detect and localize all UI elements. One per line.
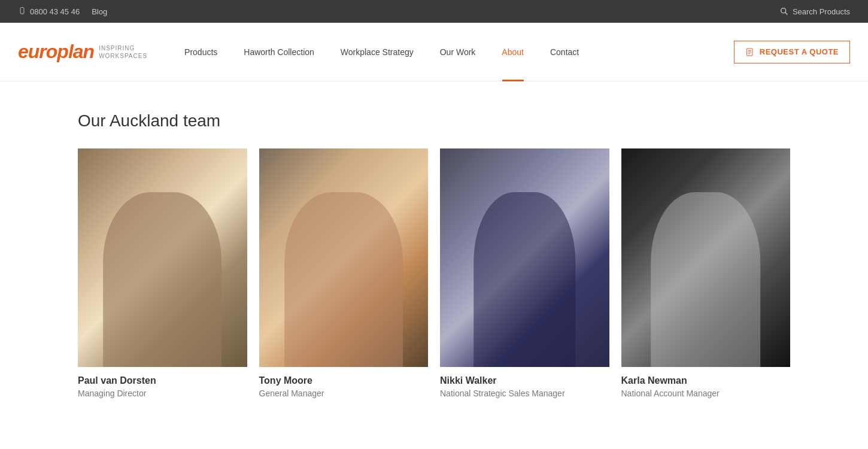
nav-workplace-strategy[interactable]: Workplace Strategy: [327, 23, 427, 81]
team-role-paul: Managing Director: [78, 389, 247, 398]
logo-text: europlan: [18, 41, 94, 63]
team-photo-karla: [621, 148, 791, 367]
team-name-tony: Tony Moore: [259, 375, 429, 386]
team-grid: Paul van Dorsten Managing Director Tony …: [78, 148, 790, 398]
phone-text: 0800 43 45 46: [30, 7, 80, 16]
search-label: Search Products: [793, 7, 850, 16]
section-title: Our Auckland team: [78, 111, 790, 131]
nav-haworth[interactable]: Haworth Collection: [230, 23, 327, 81]
logo-tagline: INSPIRING WORKSPACES: [99, 44, 147, 60]
phone-number[interactable]: 0800 43 45 46: [18, 7, 80, 16]
phone-icon: [18, 7, 26, 16]
team-name-nikki: Nikki Walker: [440, 375, 609, 386]
cta-label: REQUEST A QUOTE: [760, 47, 839, 56]
team-name-paul: Paul van Dorsten: [78, 375, 247, 386]
nav-products[interactable]: Products: [171, 23, 230, 81]
header: europlan INSPIRING WORKSPACES Products H…: [0, 23, 868, 81]
team-name-karla: Karla Newman: [621, 375, 791, 386]
team-card-karla: Karla Newman National Account Manager: [621, 148, 791, 398]
request-quote-button[interactable]: REQUEST A QUOTE: [734, 41, 850, 63]
team-role-tony: General Manager: [259, 389, 429, 398]
nav-contact[interactable]: Contact: [537, 23, 592, 81]
main-content: Our Auckland team Paul van Dorsten Manag…: [0, 81, 868, 428]
team-photo-nikki: [440, 148, 609, 367]
team-card-nikki: Nikki Walker National Strategic Sales Ma…: [440, 148, 609, 398]
nav-our-work[interactable]: Our Work: [427, 23, 489, 81]
team-photo-tony: [259, 148, 429, 367]
search-area[interactable]: Search Products: [779, 7, 850, 16]
main-nav: Products Haworth Collection Workplace St…: [171, 23, 850, 81]
team-card-tony: Tony Moore General Manager: [259, 148, 429, 398]
logo[interactable]: europlan INSPIRING WORKSPACES: [18, 41, 147, 63]
team-card-paul: Paul van Dorsten Managing Director: [78, 148, 247, 398]
team-photo-paul: [78, 148, 247, 367]
team-role-karla: National Account Manager: [621, 389, 791, 398]
team-role-nikki: National Strategic Sales Manager: [440, 389, 609, 398]
nav-about[interactable]: About: [488, 23, 537, 81]
search-icon: [779, 7, 789, 16]
top-bar-left: 0800 43 45 46 Blog: [18, 7, 107, 16]
svg-line-3: [785, 13, 788, 15]
top-bar: 0800 43 45 46 Blog Search Products: [0, 0, 868, 23]
quote-icon: [745, 47, 755, 57]
svg-point-2: [781, 8, 786, 13]
blog-link[interactable]: Blog: [92, 7, 107, 16]
